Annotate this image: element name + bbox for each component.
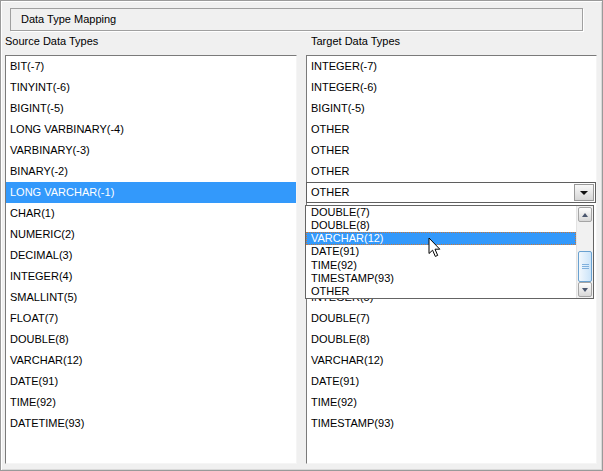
source-list-label: Source Data Types <box>5 34 98 49</box>
source-list-item[interactable]: BINARY(-2) <box>6 161 296 182</box>
target-list-item[interactable]: INTEGER(-6) <box>307 77 596 98</box>
source-list-item[interactable]: TIME(92) <box>6 392 296 413</box>
source-list-item[interactable]: LONG VARBINARY(-4) <box>6 119 296 140</box>
target-list-item[interactable]: INTEGER(-7) <box>307 56 596 77</box>
mouse-cursor-icon <box>428 237 442 259</box>
source-list-item[interactable]: CHAR(1) <box>6 203 296 224</box>
target-list-item[interactable]: OTHER <box>307 119 596 140</box>
dropdown-arrow-icon <box>580 191 588 195</box>
dropdown-item[interactable]: DOUBLE(7) <box>306 206 576 219</box>
target-list-item[interactable]: OTHER <box>307 161 596 182</box>
source-list-item[interactable]: DATETIME(93) <box>6 413 296 434</box>
source-list-item[interactable]: BIGINT(-5) <box>6 98 296 119</box>
combobox-dropdown-list: DOUBLE(7)DOUBLE(8)VARCHAR(12)DATE(91)TIM… <box>305 205 594 299</box>
source-list-item[interactable]: INTEGER(4) <box>6 266 296 287</box>
source-list-item[interactable]: NUMERIC(2) <box>6 224 296 245</box>
target-list-item[interactable]: TIMESTAMP(93) <box>307 413 596 434</box>
triangle-up-icon <box>582 213 588 217</box>
dropdown-item[interactable]: DOUBLE(8) <box>306 219 576 232</box>
target-list-item[interactable]: OTHER <box>307 140 596 161</box>
scroll-down-button[interactable] <box>578 282 592 297</box>
source-list-item[interactable]: FLOAT(7) <box>6 308 296 329</box>
source-list-item[interactable]: VARBINARY(-3) <box>6 140 296 161</box>
target-list-item[interactable]: DOUBLE(8) <box>307 329 596 350</box>
dropdown-item[interactable]: TIME(92) <box>306 259 576 272</box>
dropdown-scrollbar[interactable] <box>576 206 593 298</box>
target-list-item[interactable]: DATE(91) <box>307 371 596 392</box>
combobox-value: OTHER <box>311 183 350 202</box>
source-list-item[interactable]: DATE(91) <box>6 371 296 392</box>
source-list: BIT(-7)TINYINT(-6)BIGINT(-5)LONG VARBINA… <box>5 55 297 464</box>
scroll-up-button[interactable] <box>578 207 592 222</box>
target-list-label: Target Data Types <box>311 34 400 49</box>
source-list-item[interactable]: DOUBLE(8) <box>6 329 296 350</box>
source-list-item[interactable]: BIT(-7) <box>6 56 296 77</box>
target-list-item[interactable]: DOUBLE(7) <box>307 308 596 329</box>
target-type-combobox[interactable]: OTHER <box>306 182 596 203</box>
target-list-item[interactable]: TIME(92) <box>307 392 596 413</box>
source-list-item[interactable]: VARCHAR(12) <box>6 350 296 371</box>
source-list-item[interactable]: DECIMAL(3) <box>6 245 296 266</box>
combobox-dropdown-button[interactable] <box>574 184 594 201</box>
dialog-title: Data Type Mapping <box>11 13 116 25</box>
source-list-item[interactable]: TINYINT(-6) <box>6 77 296 98</box>
scrollbar-thumb[interactable] <box>578 251 592 282</box>
scrollbar-grip-icon <box>582 264 589 269</box>
source-list-item[interactable]: LONG VARCHAR(-1) <box>6 182 296 203</box>
data-type-mapping-window: Data Type Mapping Source Data Types Targ… <box>0 0 603 471</box>
target-list-item[interactable]: VARCHAR(12) <box>307 350 596 371</box>
target-list-item[interactable]: BIGINT(-5) <box>307 98 596 119</box>
dropdown-item[interactable]: TIMESTAMP(93) <box>306 272 576 285</box>
group-header: Data Type Mapping <box>10 8 583 31</box>
dropdown-item[interactable]: OTHER <box>306 285 576 298</box>
triangle-down-icon <box>582 288 588 292</box>
source-list-item[interactable]: SMALLINT(5) <box>6 287 296 308</box>
